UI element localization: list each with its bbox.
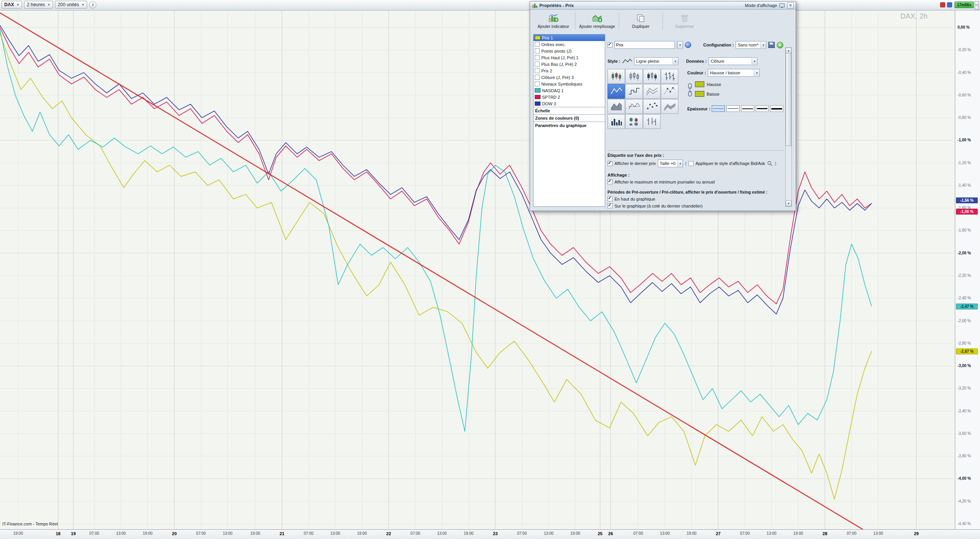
style-option-line[interactable] <box>608 84 625 99</box>
size-select[interactable]: Taille +0 ▼ <box>658 160 683 167</box>
list-section-zones-de-couleurs-0-[interactable]: Zones de couleurs (0) <box>534 114 605 122</box>
item-label: Ordres exec. <box>541 42 566 47</box>
item-checkbox[interactable] <box>535 55 540 60</box>
display-mode-icon[interactable] <box>779 3 785 8</box>
indicator-name-input[interactable] <box>614 41 675 49</box>
style-option-candles-hollow[interactable] <box>625 69 643 84</box>
item-checkbox[interactable] <box>535 81 540 86</box>
save-icon[interactable] <box>768 42 775 48</box>
show-last-price-checkbox[interactable] <box>608 161 613 166</box>
feed-status-label: IT-Finance.com - Temps Réel <box>2 522 58 526</box>
item-checkbox[interactable] <box>535 68 540 73</box>
style-option-candle-volume[interactable] <box>625 114 643 129</box>
list-item-prix-1[interactable]: Prix 1 <box>534 34 605 41</box>
style-option-baseline[interactable] <box>625 99 643 114</box>
item-checkbox[interactable] <box>535 75 540 80</box>
list-item-sptrd-2[interactable]: SPTRD 2 <box>534 94 605 100</box>
color-mode-select[interactable]: Hausse / baisse ▼ <box>708 69 760 77</box>
configuration-select[interactable]: Sans nom* ▼ <box>736 41 766 49</box>
alerts-icon[interactable] <box>940 2 945 7</box>
window-icon-bottom[interactable] <box>975 6 979 10</box>
list-section--chelle[interactable]: Échelle <box>534 107 605 114</box>
style-option-step[interactable] <box>625 84 643 99</box>
list-item-plus-bas-j-pr-2[interactable]: Plus Bas (J, Pré) 2 <box>534 61 605 67</box>
item-checkbox[interactable] <box>535 62 540 67</box>
down-color-swatch[interactable] <box>695 91 704 97</box>
time-tick: 23 <box>493 531 498 536</box>
magnifier-icon[interactable] <box>767 161 773 166</box>
chart-canvas[interactable] <box>0 10 955 529</box>
style-option-band[interactable] <box>661 99 678 114</box>
maxmin-checkbox[interactable] <box>608 179 613 184</box>
price-axis[interactable]: 0,00 %-0,20 %-0,40 %-0,60 %-0,80 %-1,00 … <box>955 10 980 529</box>
item-checkbox[interactable] <box>535 48 540 53</box>
add-indicator-button[interactable]: Ajouter indicateur <box>534 11 573 31</box>
dialog-title-bar[interactable]: Propriétés - Prix Mode d'affichage ✕ <box>530 2 796 10</box>
list-item-niveaux-symboliques[interactable]: Niveaux Symboliques <box>534 81 605 87</box>
info-icon[interactable]: i <box>89 1 96 9</box>
data-select[interactable]: Clôture ▼ <box>709 57 757 65</box>
thickness-option-2[interactable] <box>726 105 740 112</box>
scroll-thumb[interactable] <box>786 53 791 146</box>
top-of-chart-checkbox[interactable] <box>608 196 613 201</box>
scroll-down-icon[interactable]: ▼ <box>786 201 791 206</box>
on-chart-checkbox[interactable] <box>608 203 613 208</box>
style-option-bars[interactable] <box>661 69 678 84</box>
style-option-ohlc[interactable] <box>643 114 661 129</box>
add-fill-button[interactable]: Ajouter remplissage <box>578 11 616 31</box>
price-tick: -1,20 % <box>958 161 971 165</box>
bidask-checkbox[interactable] <box>688 161 693 166</box>
indicator-list[interactable]: Prix 1Ordres exec.Points pivots (J)Plus … <box>533 34 605 207</box>
style-option-candles-colored[interactable] <box>643 69 661 84</box>
thickness-option-4[interactable] <box>756 105 769 112</box>
name-dropdown-button[interactable]: ▼ <box>677 41 683 49</box>
panel-scrollbar[interactable]: ▲ ▼ <box>785 47 792 207</box>
web-icon[interactable] <box>685 42 691 48</box>
style-option-mountain[interactable] <box>608 99 625 114</box>
list-item-ordres-exec-[interactable]: Ordres exec. <box>534 41 605 48</box>
thickness-option-5[interactable] <box>770 105 783 112</box>
list-item-plus-haut-j-pr-1[interactable]: Plus Haut (J, Pré) 1 <box>534 54 605 61</box>
properties-dialog: Propriétés - Prix Mode d'affichage ✕ Aj <box>530 1 796 211</box>
thickness-option-1[interactable] <box>712 105 725 112</box>
on-chart-row: Sur le graphique (à coté du dernier chan… <box>608 203 784 208</box>
price-tick: -4,40 % <box>958 522 971 526</box>
time-tick: 18 <box>56 531 60 536</box>
item-checkbox[interactable] <box>535 42 540 47</box>
chevron-down-icon: ▼ <box>754 70 759 76</box>
list-item-prix-2[interactable]: Prix 2 <box>534 67 605 74</box>
symbol-selector[interactable]: DAX ▼ <box>2 1 22 9</box>
list-section-param-tres-du-graphique[interactable]: Paramètres du graphique <box>534 122 605 129</box>
dialog-body: Prix 1Ordres exec.Points pivots (J)Plus … <box>530 32 796 211</box>
scroll-up-icon[interactable]: ▲ <box>786 48 791 53</box>
add-configuration-icon[interactable]: + <box>777 42 783 48</box>
up-color-swatch[interactable] <box>695 81 704 87</box>
style-option-candles[interactable] <box>608 69 625 84</box>
close-icon[interactable]: ✕ <box>787 2 794 9</box>
chart-area[interactable]: DAX, 2h IT-Finance.com - Temps Réel <box>0 10 955 529</box>
display-mode-label[interactable]: Mode d'affichage <box>745 3 777 8</box>
list-item-cl-ture-j-pr-3[interactable]: Clôture (J, Pré) 3 <box>534 74 605 81</box>
time-tick: 20 <box>172 531 177 536</box>
units-selector[interactable]: 200 unités ▼ <box>55 1 87 9</box>
style-option-histogram[interactable] <box>608 114 625 129</box>
time-axis[interactable]: 19:00181907:0013:0019:002007:0013:0019:0… <box>0 529 980 539</box>
thickness-label: Epaisseur : <box>687 106 710 111</box>
thickness-option-3[interactable] <box>741 105 754 112</box>
list-item-nasdaq-1[interactable]: NASDAQ 1 <box>534 87 605 94</box>
style-option-channel[interactable] <box>643 84 661 99</box>
style-option-scatter[interactable] <box>643 99 661 114</box>
duplicate-button[interactable]: Dupliquer <box>621 11 660 31</box>
timeframe-selector[interactable]: 2 heures ▼ <box>24 1 53 9</box>
workspace-icon[interactable] <box>947 2 952 7</box>
link-icon[interactable] <box>687 81 693 99</box>
window-icon-top[interactable] <box>975 1 979 5</box>
delete-button[interactable]: Supprimer <box>665 11 704 31</box>
color-mode-value: Hausse / baisse <box>710 70 740 75</box>
time-tick: 19 <box>71 531 76 536</box>
price-visible-checkbox[interactable] <box>608 43 613 48</box>
list-item-dow-3[interactable]: DOW 3 <box>534 100 605 107</box>
style-select[interactable]: Ligne pleine ▼ <box>634 57 678 65</box>
list-item-points-pivots-j-[interactable]: Points pivots (J) <box>534 48 605 54</box>
style-option-dots[interactable] <box>661 84 678 99</box>
